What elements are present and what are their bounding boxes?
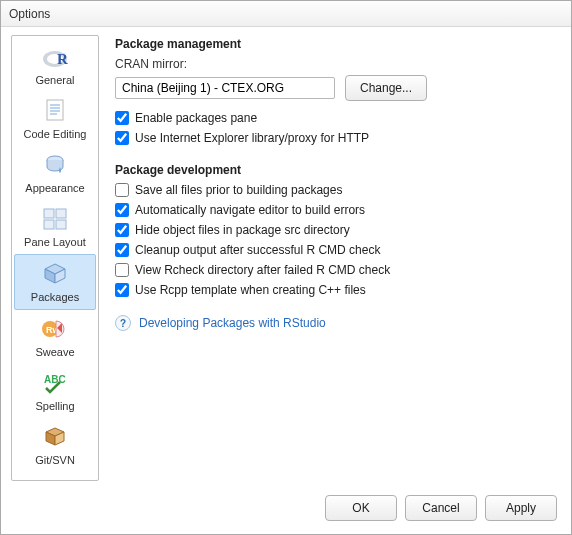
view-rcheck-checkbox[interactable]	[115, 263, 129, 277]
panes-icon	[39, 204, 71, 234]
use-rcpp-row[interactable]: Use Rcpp template when creating C++ file…	[115, 283, 557, 297]
cleanup-row[interactable]: Cleanup output after successful R CMD ch…	[115, 243, 557, 257]
sidebar-item-label: Code Editing	[24, 128, 87, 140]
cran-mirror-label: CRAN mirror:	[115, 57, 557, 71]
sidebar-item-git-svn[interactable]: Git/SVN	[14, 418, 96, 472]
svg-rect-9	[44, 209, 54, 218]
auto-navigate-checkbox[interactable]	[115, 203, 129, 217]
hide-obj-row[interactable]: Hide object files in package src directo…	[115, 223, 557, 237]
view-rcheck-label: View Rcheck directory after failed R CMD…	[135, 263, 390, 277]
view-rcheck-row[interactable]: View Rcheck directory after failed R CMD…	[115, 263, 557, 277]
sidebar-item-label: Appearance	[25, 182, 84, 194]
enable-packages-pane-row[interactable]: Enable packages pane	[115, 111, 557, 125]
hide-obj-label: Hide object files in package src directo…	[135, 223, 350, 237]
sidebar-item-spelling[interactable]: ABC Spelling	[14, 364, 96, 418]
sidebar-item-label: Sweave	[35, 346, 74, 358]
enable-packages-pane-checkbox[interactable]	[115, 111, 129, 125]
document-icon	[39, 96, 71, 126]
options-sidebar: R General Code Editing Appearance Pane L…	[11, 35, 99, 481]
window-title: Options	[1, 1, 571, 27]
sidebar-item-general[interactable]: R General	[14, 38, 96, 92]
use-rcpp-label: Use Rcpp template when creating C++ file…	[135, 283, 366, 297]
sidebar-item-packages[interactable]: Packages	[14, 254, 96, 310]
svg-rect-12	[56, 220, 66, 229]
sidebar-item-code-editing[interactable]: Code Editing	[14, 92, 96, 146]
cancel-button[interactable]: Cancel	[405, 495, 477, 521]
sidebar-item-label: Spelling	[35, 400, 74, 412]
sidebar-item-label: General	[35, 74, 74, 86]
cleanup-label: Cleanup output after successful R CMD ch…	[135, 243, 380, 257]
cleanup-checkbox[interactable]	[115, 243, 129, 257]
sidebar-item-label: Packages	[31, 291, 79, 303]
r-logo-icon: R	[39, 42, 71, 72]
save-all-checkbox[interactable]	[115, 183, 129, 197]
hide-obj-checkbox[interactable]	[115, 223, 129, 237]
package-icon	[39, 259, 71, 289]
auto-navigate-label: Automatically navigate editor to build e…	[135, 203, 365, 217]
dialog-footer: OK Cancel Apply	[1, 485, 571, 535]
enable-packages-pane-label: Enable packages pane	[135, 111, 257, 125]
main-panel: Package management CRAN mirror: Change..…	[99, 35, 561, 481]
svg-rect-10	[56, 209, 66, 218]
help-link-developing-packages[interactable]: Developing Packages with RStudio	[139, 316, 326, 330]
sidebar-item-appearance[interactable]: Appearance	[14, 146, 96, 200]
section-title-pkg-dev: Package development	[115, 163, 557, 177]
change-mirror-button[interactable]: Change...	[345, 75, 427, 101]
apply-button[interactable]: Apply	[485, 495, 557, 521]
save-all-row[interactable]: Save all files prior to building package…	[115, 183, 557, 197]
sidebar-item-label: Pane Layout	[24, 236, 86, 248]
svg-rect-11	[44, 220, 54, 229]
use-ie-proxy-row[interactable]: Use Internet Explorer library/proxy for …	[115, 131, 557, 145]
cran-mirror-input[interactable]	[115, 77, 335, 99]
sweave-icon: Rw	[39, 314, 71, 344]
help-icon: ?	[115, 315, 131, 331]
section-title-pkg-mgmt: Package management	[115, 37, 557, 51]
svg-text:ABC: ABC	[44, 374, 66, 385]
use-ie-proxy-label: Use Internet Explorer library/proxy for …	[135, 131, 369, 145]
use-ie-proxy-checkbox[interactable]	[115, 131, 129, 145]
use-rcpp-checkbox[interactable]	[115, 283, 129, 297]
svg-rect-3	[47, 100, 63, 120]
svg-text:R: R	[57, 51, 68, 67]
sidebar-item-pane-layout[interactable]: Pane Layout	[14, 200, 96, 254]
box-icon	[39, 422, 71, 452]
spellcheck-icon: ABC	[39, 368, 71, 398]
paint-bucket-icon	[39, 150, 71, 180]
sidebar-item-label: Git/SVN	[35, 454, 75, 466]
sidebar-item-sweave[interactable]: Rw Sweave	[14, 310, 96, 364]
save-all-label: Save all files prior to building package…	[135, 183, 342, 197]
auto-navigate-row[interactable]: Automatically navigate editor to build e…	[115, 203, 557, 217]
ok-button[interactable]: OK	[325, 495, 397, 521]
